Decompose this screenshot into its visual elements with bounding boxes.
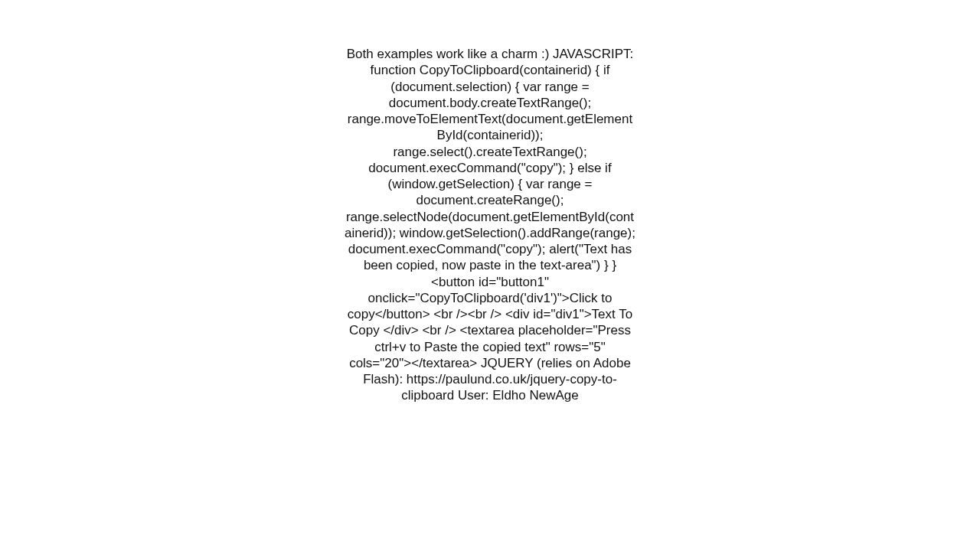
page-container: Both examples work like a charm :) JAVAS… — [0, 0, 980, 551]
answer-text-block: Both examples work like a charm :) JAVAS… — [345, 46, 635, 404]
